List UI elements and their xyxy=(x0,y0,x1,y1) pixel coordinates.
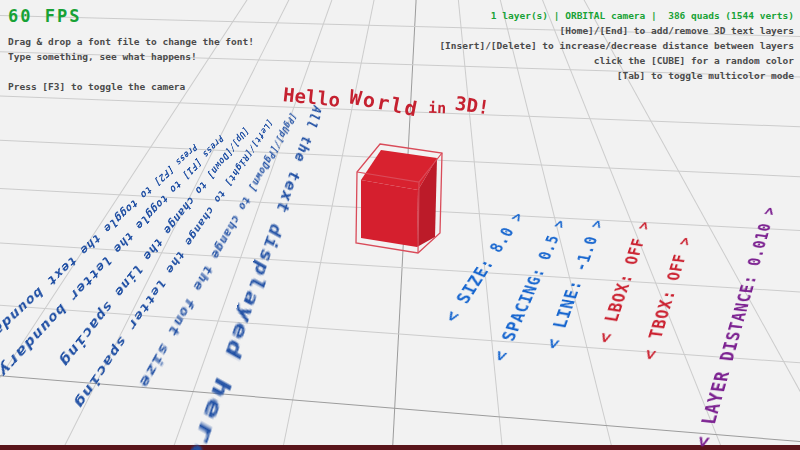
hud-left: 60 FPS Drag & drop a font file to change… xyxy=(8,6,254,94)
hint-spacer xyxy=(8,64,254,79)
status-bar: 1 layer(s) | ORBITAL camera | 386 quads … xyxy=(439,8,794,23)
ground-near-edge xyxy=(0,445,800,450)
cube[interactable] xyxy=(344,140,450,256)
hud-right: 1 layer(s) | ORBITAL camera | 386 quads … xyxy=(439,8,794,83)
grid-axis-line xyxy=(0,372,800,450)
hint-layer-distance: [Insert]/[Delete] to increase/decrease d… xyxy=(439,38,794,53)
hint-add-remove-layers: [Home]/[End] to add/remove 3D text layer… xyxy=(439,23,794,38)
label-tbox: < TBOX: OFF > xyxy=(637,235,695,360)
hint-toggle-camera: Press [F3] to toggle the camera xyxy=(8,79,254,94)
hint-multicolor-mode: [Tab] to toggle multicolor mode xyxy=(439,68,794,83)
heading-word: World xyxy=(348,85,422,122)
label-layer-distance: < LAYER DISTANCE: 0.010 > xyxy=(690,206,779,448)
heading-word: Hello xyxy=(282,83,341,113)
app-window: Press [F2] to toggle the text boundary P… xyxy=(0,0,800,450)
heading-word: 3D! xyxy=(454,92,491,121)
cube-front-face xyxy=(361,180,418,247)
fps-counter: 60 FPS xyxy=(8,6,254,26)
hint-type-something: Type something, see what happens! xyxy=(8,49,254,64)
hello-world-3d-text: Hello World in 3D! xyxy=(283,86,490,110)
heading-word: in xyxy=(428,99,447,124)
hint-drag-drop-font: Drag & drop a font file to change the fo… xyxy=(8,34,254,49)
hint-cube-random-color: click the [CUBE] for a random color xyxy=(439,53,794,68)
